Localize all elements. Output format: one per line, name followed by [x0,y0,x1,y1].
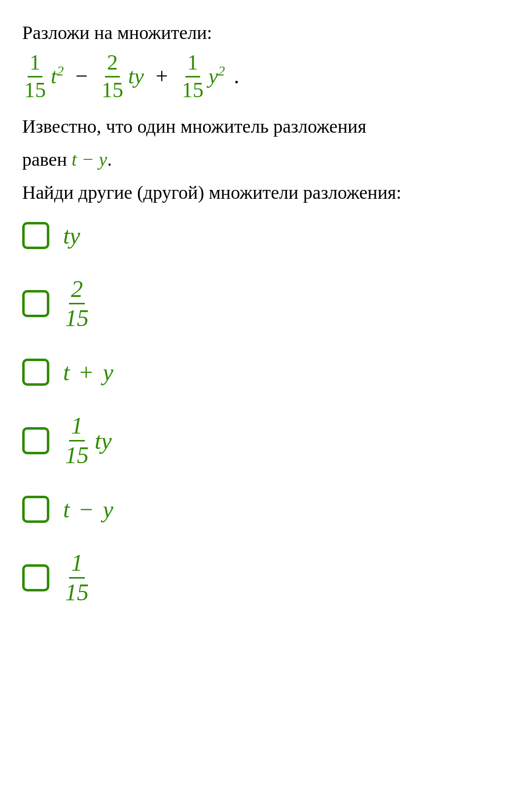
label-2-15: 2 15 [63,276,91,332]
term3: 1 15 y2 [180,51,225,102]
known-expr-line: равен t − y. [22,145,510,174]
term2: 2 15 ty [100,51,144,102]
op1: − [75,59,88,94]
fraction-1-15-b: 1 15 [180,51,206,102]
known-expression: t − y [71,149,107,170]
fraction-option-1-15-ty: 1 15 [63,413,91,469]
checkbox-t-plus-y[interactable] [22,359,49,386]
term1: 1 15 t2 [22,51,64,102]
var-ty: ty [128,59,144,94]
option-2-15: 2 15 [22,276,510,332]
checkbox-ty[interactable] [22,222,49,249]
label-t-minus-y: t − y [63,496,113,523]
fraction-option-1-15: 1 15 [63,550,91,606]
label-t-plus-y: t + y [63,359,113,386]
option-t-plus-y: t + y [22,359,510,386]
checkbox-1-15[interactable] [22,564,49,591]
option-ty: ty [22,222,510,249]
var-y2: y2 [209,59,225,94]
option-1-15: 1 15 [22,550,510,606]
label-ty: ty [63,222,80,249]
op2: + [156,59,168,94]
known-text: Известно, что один множитель разложения [22,112,510,141]
fraction-1-15: 1 15 [22,51,48,102]
fraction-2-15: 2 15 [100,51,125,102]
label-1-15: 1 15 [63,550,91,606]
main-formula: 1 15 t2 − 2 15 ty + 1 15 y2 . [22,51,510,102]
instruction-text: Разложи на множители: [22,20,510,46]
checkbox-1-15-ty[interactable] [22,427,49,454]
find-text: Найди другие (другой) множители разложен… [22,178,510,207]
fraction-option-2-15: 2 15 [63,276,91,332]
checkbox-t-minus-y[interactable] [22,496,49,523]
option-t-minus-y: t − y [22,496,510,523]
period: . [234,59,239,94]
var-t2: t2 [51,59,64,94]
option-1-15-ty: 1 15 ty [22,413,510,469]
checkbox-2-15[interactable] [22,290,49,317]
label-1-15-ty: 1 15 ty [63,413,112,469]
